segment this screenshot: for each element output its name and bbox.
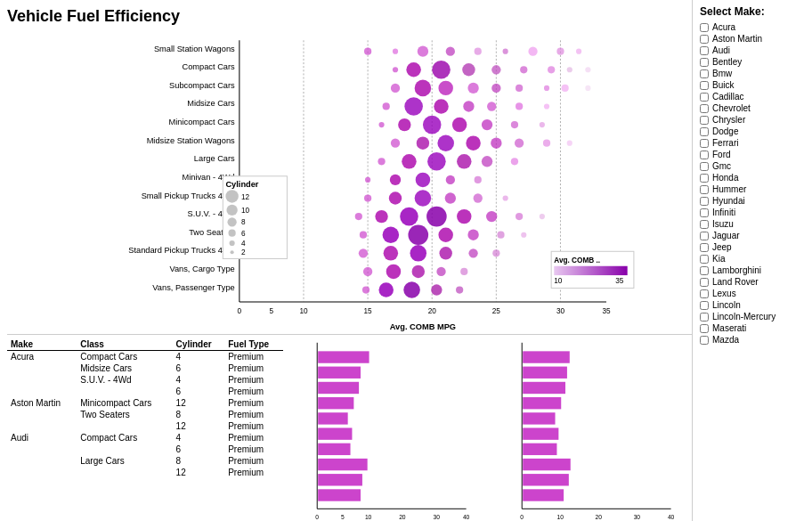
make-checkbox[interactable] — [700, 46, 709, 55]
svg-point-85 — [365, 177, 370, 183]
table-row: 6Premium — [7, 386, 283, 397]
svg-point-32 — [418, 45, 428, 56]
svg-text:20: 20 — [428, 307, 437, 315]
sidebar: Select Make: AcuraAston MartinAudiBentle… — [692, 0, 812, 521]
make-checkbox-item[interactable]: Ferrari — [700, 137, 805, 149]
make-checkbox[interactable] — [700, 278, 709, 287]
make-checkbox[interactable] — [700, 266, 709, 275]
svg-point-63 — [544, 103, 549, 109]
make-checkbox-item[interactable]: Dodge — [700, 126, 805, 137]
make-checkbox[interactable] — [700, 255, 709, 264]
make-checkbox[interactable] — [700, 289, 709, 298]
svg-point-56 — [585, 85, 590, 91]
make-checkbox[interactable] — [700, 313, 709, 322]
make-checkbox-item[interactable]: Honda — [700, 172, 805, 183]
make-checkbox[interactable] — [700, 185, 709, 194]
svg-point-99 — [426, 207, 447, 227]
make-checkbox-item[interactable]: Gmc — [700, 160, 805, 172]
svg-text:Cylinder: Cylinder — [225, 180, 258, 189]
make-checkbox[interactable] — [700, 69, 709, 78]
svg-point-82 — [457, 154, 471, 168]
svg-point-62 — [516, 102, 523, 110]
make-checkbox[interactable] — [700, 336, 709, 345]
make-checkbox[interactable] — [700, 232, 709, 240]
make-checkbox-item[interactable]: Isuzu — [700, 218, 805, 230]
make-checkbox-item[interactable]: Land Rover — [700, 276, 805, 288]
make-checkbox-item[interactable]: Mazda — [700, 334, 805, 346]
svg-point-133 — [227, 217, 236, 226]
svg-text:Small Station Wagons: Small Station Wagons — [154, 45, 235, 53]
make-checkbox[interactable] — [700, 301, 709, 310]
make-checkbox[interactable] — [700, 151, 709, 159]
svg-point-123 — [378, 282, 393, 297]
make-checkbox[interactable] — [700, 243, 709, 252]
make-checkbox-item[interactable]: Jeep — [700, 241, 805, 253]
make-checkbox[interactable] — [700, 81, 709, 90]
make-checkbox-item[interactable]: Hummer — [700, 183, 805, 195]
svg-point-105 — [383, 226, 400, 243]
svg-rect-157 — [318, 489, 361, 501]
make-checkbox[interactable] — [700, 162, 709, 171]
svg-point-94 — [474, 193, 483, 202]
make-checkbox-item[interactable]: Audi — [700, 45, 805, 56]
svg-point-129 — [225, 190, 238, 202]
svg-point-84 — [511, 158, 518, 165]
svg-point-113 — [410, 245, 427, 262]
make-checkbox-item[interactable]: Jaguar — [700, 230, 805, 241]
svg-point-122 — [362, 286, 369, 293]
make-checkbox-item[interactable]: Ford — [700, 149, 805, 160]
make-checkbox[interactable] — [700, 220, 709, 229]
svg-point-87 — [416, 173, 430, 187]
make-checkbox-item[interactable]: Cadillac — [700, 91, 805, 102]
table-row: 12Premium — [7, 467, 283, 478]
make-checkbox[interactable] — [700, 58, 709, 67]
make-checkbox[interactable] — [700, 35, 709, 44]
svg-point-107 — [438, 227, 452, 241]
make-checkbox[interactable] — [700, 174, 709, 183]
make-label: Bentley — [712, 57, 742, 67]
make-checkbox-item[interactable]: Acura — [700, 21, 805, 33]
make-checkbox-item[interactable]: Chrysler — [700, 114, 805, 126]
make-checkbox-item[interactable]: Chevrolet — [700, 102, 805, 114]
make-checkbox[interactable] — [700, 93, 709, 102]
make-checkbox-item[interactable]: Hyundai — [700, 195, 805, 207]
svg-rect-152 — [318, 412, 347, 424]
make-checkbox-item[interactable]: Lamborghini — [700, 265, 805, 276]
make-checkbox[interactable] — [700, 324, 709, 333]
chart-area: Vehicle Fuel Efficiency Small Station Wa… — [0, 0, 692, 521]
make-checkbox-item[interactable]: Buick — [700, 79, 805, 91]
svg-point-121 — [460, 268, 467, 275]
make-checkbox-item[interactable]: Lincoln — [700, 299, 805, 311]
make-checkbox-item[interactable]: Lexus — [700, 288, 805, 299]
svg-point-81 — [427, 152, 446, 171]
make-checkbox[interactable] — [700, 208, 709, 217]
make-checkbox[interactable] — [700, 127, 709, 136]
make-checkbox-item[interactable]: Kia — [700, 253, 805, 265]
make-checkbox-item[interactable]: Lincoln-Mercury — [700, 311, 805, 322]
svg-point-117 — [363, 267, 372, 276]
make-label: Audi — [712, 45, 730, 55]
make-checkbox-item[interactable]: Maserati — [700, 322, 805, 334]
make-checkbox-item[interactable]: Infiniti — [700, 207, 805, 218]
make-checkbox[interactable] — [700, 197, 709, 206]
top-section: Small Station Wagons Compact Cars Subcom… — [7, 31, 692, 334]
make-label: Hummer — [712, 184, 746, 194]
svg-point-135 — [229, 230, 236, 237]
make-checkbox[interactable] — [700, 23, 709, 32]
svg-point-111 — [359, 248, 368, 257]
svg-text:Compact Cars: Compact Cars — [182, 62, 235, 71]
make-label: Jaguar — [712, 231, 740, 240]
svg-point-45 — [548, 66, 555, 73]
make-checkbox-item[interactable]: Bmw — [700, 68, 805, 79]
svg-point-67 — [452, 118, 467, 132]
svg-point-109 — [497, 232, 504, 239]
make-checkbox-item[interactable]: Bentley — [700, 56, 805, 68]
svg-text:30: 30 — [556, 307, 565, 315]
make-checkbox[interactable] — [700, 104, 709, 113]
make-checkbox[interactable] — [700, 116, 709, 125]
make-label: Lincoln — [712, 300, 741, 310]
make-checkbox-item[interactable]: Aston Martin — [700, 33, 805, 45]
svg-text:40: 40 — [667, 514, 674, 520]
svg-rect-168 — [523, 367, 567, 379]
make-checkbox[interactable] — [700, 139, 709, 148]
